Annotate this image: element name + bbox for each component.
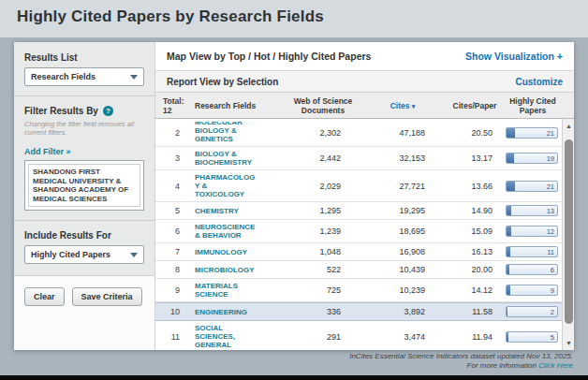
table-row[interactable]: 9MATERIALSSCIENCE72510,23914.129 bbox=[155, 279, 562, 302]
map-view-title: Map View by Top / Hot / Highly Cited Pap… bbox=[167, 51, 371, 62]
chevron-down-icon bbox=[130, 253, 138, 257]
cites-cell: 10,239 bbox=[361, 285, 444, 295]
click-here-link[interactable]: Click Here bbox=[538, 361, 573, 370]
table-header: Total: 12 Research Fields Web of Science… bbox=[155, 93, 574, 119]
add-filter-link[interactable]: Add Filter » bbox=[24, 147, 71, 156]
hcp-bar: 6 bbox=[506, 264, 558, 275]
cites-cell: 18,695 bbox=[361, 227, 444, 236]
hcp-value: 9 bbox=[551, 286, 554, 295]
col-header-highly-cited-papers[interactable]: Highly Cited Papers bbox=[506, 96, 562, 115]
hcp-bar-fill bbox=[507, 332, 508, 342]
research-field-link[interactable]: CHEMISTRY bbox=[189, 207, 285, 215]
include-results-select[interactable]: Highly Cited Papers bbox=[24, 245, 144, 264]
research-field-link[interactable]: SOCIALSCIENCES,GENERAL bbox=[189, 324, 285, 349]
field-line: BIOLOGY & bbox=[195, 150, 285, 158]
hcp-bar: 21 bbox=[506, 127, 558, 139]
col-header-research-fields[interactable]: Research Fields bbox=[189, 101, 285, 110]
col-header-cites-per-paper[interactable]: Cites/Paper bbox=[444, 101, 506, 110]
hcp-bar-cell: 12 bbox=[506, 226, 562, 237]
clear-button[interactable]: Clear bbox=[24, 287, 65, 306]
scrollbar-thumb[interactable] bbox=[565, 139, 573, 324]
research-field-link[interactable]: PHARMACOLOGY &TOXICOLOGY bbox=[189, 173, 285, 198]
hcp-bar-cell: 6 bbox=[506, 264, 562, 275]
table-row[interactable]: 7IMMUNOLOGY1,04816,90816.1311 bbox=[155, 243, 562, 261]
report-table-body: 2MOLECULARBIOLOGY &GENETICS2,30247,18820… bbox=[155, 119, 562, 350]
table-row[interactable]: 2MOLECULARBIOLOGY &GENETICS2,30247,18820… bbox=[155, 119, 562, 147]
rank-cell: 5 bbox=[155, 206, 189, 215]
rank-cell: 2 bbox=[155, 128, 189, 138]
hcp-bar-cell: 21 bbox=[506, 181, 562, 192]
customize-link[interactable]: Customize bbox=[515, 77, 563, 87]
field-line: CHEMISTRY bbox=[195, 207, 285, 215]
table-row[interactable]: 10ENGINEERING3363,89211.582 bbox=[155, 302, 562, 321]
field-line: Y & bbox=[195, 182, 285, 190]
cpp-cell: 20.00 bbox=[444, 265, 506, 274]
page-title: Highly Cited Papers by Research Fields bbox=[17, 7, 324, 26]
hcp-bar: 21 bbox=[506, 181, 558, 192]
field-line: NEUROSCIENCE bbox=[195, 223, 285, 231]
docs-cell: 2,029 bbox=[285, 182, 361, 191]
cpp-cell: 14.12 bbox=[444, 285, 506, 295]
save-criteria-button[interactable]: Save Criteria bbox=[72, 287, 142, 306]
footer-line1: InCites Essential Science Indicators dat… bbox=[349, 352, 573, 361]
rank-cell: 4 bbox=[155, 182, 189, 191]
results-list-select[interactable]: Research Fields bbox=[24, 67, 144, 86]
divider bbox=[14, 220, 154, 221]
hcp-value: 2 bbox=[551, 308, 554, 316]
hcp-bar-fill bbox=[507, 153, 514, 163]
cites-cell: 19,295 bbox=[361, 206, 444, 215]
hcp-bar: 9 bbox=[506, 285, 558, 296]
research-field-link[interactable]: NEUROSCIENCE& BEHAVIOR bbox=[189, 223, 285, 240]
table-row[interactable]: 8MICROBIOLOGY52210,43920.006 bbox=[155, 261, 562, 279]
col-header-wos-documents[interactable]: Web of Science Documents bbox=[285, 96, 361, 115]
hcp-bar-cell: 19 bbox=[506, 153, 562, 164]
table-row[interactable]: 5CHEMISTRY1,29519,29514.9013 bbox=[155, 202, 562, 220]
hcp-bar-fill bbox=[507, 247, 510, 256]
scroll-down-icon[interactable]: ▼ bbox=[563, 337, 574, 349]
filter-selected-item[interactable]: SHANDONG FIRST MEDICAL UNIVERSITY & SHAN… bbox=[28, 164, 140, 207]
results-list-label: Results List bbox=[24, 52, 144, 63]
research-field-link[interactable]: IMMUNOLOGY bbox=[189, 248, 285, 256]
table-row[interactable]: 3BIOLOGY &BIOCHEMISTRY2,44232,15313.1719 bbox=[155, 147, 562, 170]
hcp-value: 21 bbox=[547, 183, 554, 191]
help-icon[interactable]: ? bbox=[103, 106, 113, 116]
table-row[interactable]: 6NEUROSCIENCE& BEHAVIOR1,23918,69515.091… bbox=[155, 220, 562, 243]
field-line: SOCIAL bbox=[195, 324, 285, 332]
show-visualization-link[interactable]: Show Visualization + bbox=[465, 51, 563, 62]
docs-cell: 2,442 bbox=[285, 153, 361, 163]
scroll-up-icon[interactable]: ▲ bbox=[563, 120, 574, 132]
docs-cell: 1,239 bbox=[285, 227, 361, 236]
include-results-label: Include Results For bbox=[24, 230, 144, 241]
docs-cell: 1,048 bbox=[285, 247, 361, 256]
hcp-value: 11 bbox=[547, 248, 554, 256]
table-scrollbar[interactable]: ▲ ▼ bbox=[562, 119, 574, 350]
research-field-link[interactable]: MOLECULARBIOLOGY &GENETICS bbox=[189, 122, 285, 143]
table-row[interactable]: 4PHARMACOLOGY &TOXICOLOGY2,02927,72113.6… bbox=[155, 170, 562, 202]
field-line: PHARMACOLOG bbox=[195, 173, 285, 182]
cpp-cell: 13.17 bbox=[444, 153, 506, 163]
cpp-cell: 15.09 bbox=[444, 227, 506, 236]
cpp-cell: 13.66 bbox=[444, 182, 506, 191]
cites-label: Cites bbox=[390, 101, 410, 110]
cpp-cell: 11.94 bbox=[444, 332, 506, 342]
hcp-bar-cell: 5 bbox=[506, 331, 562, 343]
col-header-cites-sorted[interactable]: Cites ▾ bbox=[361, 101, 444, 111]
hcp-bar-cell: 13 bbox=[506, 205, 562, 216]
table-row[interactable]: 11SOCIALSCIENCES,GENERAL2913,47411.945 bbox=[155, 321, 562, 350]
hcp-bar-cell: 21 bbox=[506, 127, 562, 139]
field-line: BIOLOGY & bbox=[195, 126, 285, 135]
cpp-cell: 14.90 bbox=[444, 206, 506, 215]
sidebar: Results List Research Fields Filter Resu… bbox=[14, 42, 155, 350]
footer-line2: For more information bbox=[467, 361, 537, 370]
research-field-link[interactable]: BIOLOGY &BIOCHEMISTRY bbox=[189, 150, 285, 167]
research-field-link[interactable]: ENGINEERING bbox=[189, 308, 285, 316]
sidebar-filters-section: Results List Research Fields Filter Resu… bbox=[14, 42, 154, 276]
research-field-link[interactable]: MATERIALSSCIENCE bbox=[189, 282, 285, 299]
cites-cell: 3,474 bbox=[361, 332, 444, 342]
field-line: BIOCHEMISTRY bbox=[195, 158, 285, 167]
hcp-bar-fill bbox=[507, 285, 510, 295]
hcp-value: 6 bbox=[551, 266, 554, 274]
filter-note: Changing the filter field removes all cu… bbox=[24, 120, 144, 137]
research-field-link[interactable]: MICROBIOLOGY bbox=[189, 266, 285, 274]
cites-cell: 47,188 bbox=[361, 128, 444, 138]
